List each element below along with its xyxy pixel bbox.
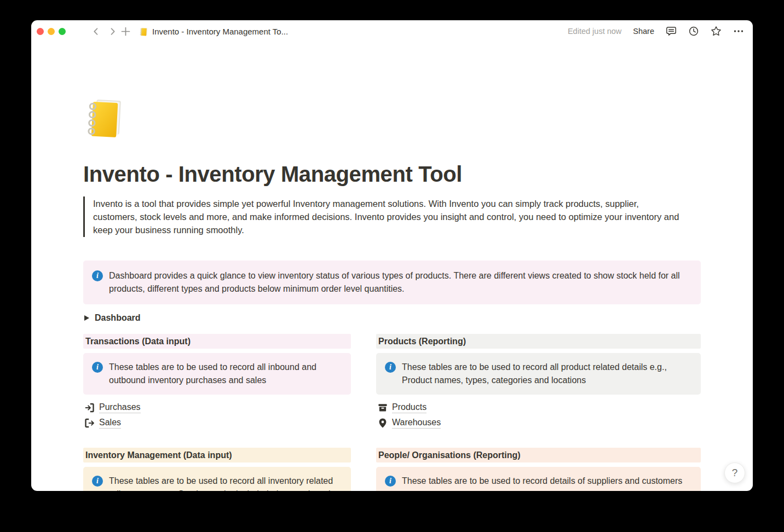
section-transactions: Transactions (Data input) i These tables… [83,334,351,431]
back-icon[interactable] [91,27,100,36]
info-icon: i [385,362,396,373]
page-body: Invento - Inventory Management Tool Inve… [31,42,753,491]
zoom-button[interactable] [59,28,66,35]
sign-out-icon [84,418,95,429]
help-button[interactable]: ? [724,462,745,483]
section-people-organisations: People/ Organisations (Reporting) i Thes… [376,448,701,491]
page-link-purchases[interactable]: Purchases [83,400,142,415]
columns-row-2: Inventory Management (Data input) i Thes… [83,448,701,491]
section-products: Products (Reporting) i These tables are … [376,334,701,431]
share-button[interactable]: Share [633,27,654,36]
info-icon: i [385,476,396,487]
more-options-icon[interactable] [733,26,744,37]
toggle-label: Dashboard [95,313,141,323]
comments-icon[interactable] [666,26,677,37]
section-title: Products (Reporting) [376,334,701,349]
section-callout-text: These tables are to be used to record al… [402,361,692,387]
section-title: Inventory Management (Data input) [83,448,351,462]
section-callout-text: These tables are to be used to record de… [402,475,682,488]
dashboard-callout-text: Dashboard provides a quick glance to vie… [109,269,692,296]
section-callout-text: These tables are to be used to record al… [109,475,342,491]
notion-window: Invento - Inventory Management To... Edi… [31,20,753,491]
menu-icon[interactable] [74,27,84,35]
sign-in-icon [84,402,95,413]
desktop: { "titlebar": { "title": "Invento - Inve… [0,0,784,532]
titlebar: Invento - Inventory Management To... Edi… [31,20,753,42]
link-label: Purchases [99,402,141,413]
ledger-emoji-small-icon [139,27,148,36]
info-icon: i [92,362,103,373]
tab-title[interactable]: Invento - Inventory Management To... [139,27,288,36]
section-title: People/ Organisations (Reporting) [376,448,701,462]
edited-status: Edited just now [568,27,621,36]
section-callout: i These tables are to be used to record … [83,467,351,491]
columns-row-1: Transactions (Data input) i These tables… [83,334,701,431]
location-pin-icon [377,418,388,429]
page-link-sales[interactable]: Sales [83,415,122,431]
page-link-warehouses[interactable]: Warehouses [376,415,442,431]
link-label: Warehouses [392,418,441,429]
toggle-arrow-icon [84,315,89,321]
favorite-star-icon[interactable] [711,26,722,37]
page-title[interactable]: Invento - Inventory Management Tool [83,161,701,187]
titlebar-actions: Edited just now Share [568,26,744,37]
info-icon: i [92,270,103,281]
forward-icon[interactable] [108,27,117,36]
tab-title-label: Invento - Inventory Management To... [152,27,288,36]
link-label: Sales [99,418,121,429]
section-callout: i These tables are to be used to record … [376,353,701,395]
close-button[interactable] [37,28,44,35]
dashboard-toggle[interactable]: Dashboard [83,311,142,325]
section-links: Products Warehouses [376,400,701,431]
minimize-button[interactable] [48,28,55,35]
traffic-lights [37,28,66,35]
page-link-products[interactable]: Products [376,400,428,415]
info-icon: i [92,476,103,487]
section-callout-text: These tables are to be used to record al… [109,361,342,387]
page-ledger-emoji[interactable] [83,96,126,138]
section-title: Transactions (Data input) [83,334,351,349]
section-callout: i These tables are to be used to record … [83,353,351,395]
new-tab-icon[interactable] [120,26,131,37]
section-links: Purchases Sales [83,400,351,431]
section-callout: i These tables are to be used to record … [376,467,701,491]
quote-block: Invento is a tool that provides simple y… [83,196,680,237]
dashboard-callout: i Dashboard provides a quick glance to v… [83,261,701,304]
updates-clock-icon[interactable] [688,26,699,37]
link-label: Products [392,402,426,413]
archive-box-icon [377,402,388,413]
section-inventory-management: Inventory Management (Data input) i Thes… [83,448,351,491]
